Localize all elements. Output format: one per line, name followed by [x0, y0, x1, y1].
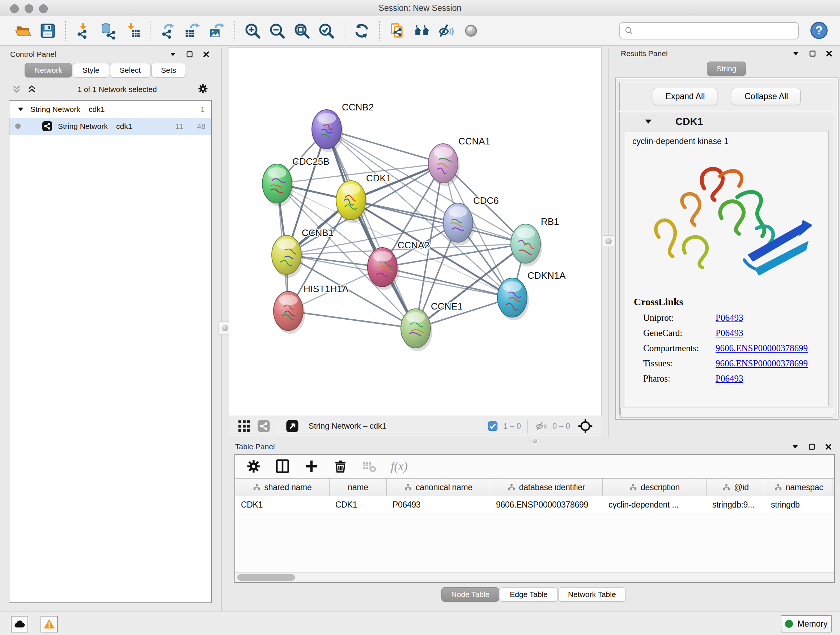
- crosslink-label: Pharos:: [643, 374, 715, 384]
- column-header-name[interactable]: name: [330, 478, 387, 496]
- tab-sets[interactable]: Sets: [151, 63, 186, 78]
- import-network-database-button[interactable]: [97, 20, 118, 42]
- network-node-ccnb1[interactable]: CCNB1: [272, 227, 333, 278]
- control-panel-float-icon[interactable]: [185, 50, 194, 59]
- table-horizontal-scrollbar[interactable]: [235, 572, 834, 582]
- table-cell[interactable]: CDK1: [330, 496, 387, 513]
- column-header-namespac[interactable]: namespac: [765, 478, 832, 496]
- save-session-button[interactable]: [37, 20, 58, 42]
- first-neighbors-button[interactable]: [411, 20, 433, 42]
- open-file-button[interactable]: [12, 20, 34, 42]
- refresh-button[interactable]: [351, 20, 373, 42]
- zoom-selected-button[interactable]: [316, 20, 337, 42]
- column-header-description[interactable]: description: [603, 478, 706, 496]
- crosslink-label: Uniprot:: [643, 313, 715, 323]
- crosslink-row: Compartments:9606.ENSP00000378699: [643, 343, 829, 353]
- table-cell[interactable]: stringdb: [765, 496, 832, 513]
- birds-eye-view-icon[interactable]: [577, 418, 593, 434]
- table-panel-close-icon[interactable]: [824, 442, 833, 451]
- table-cell[interactable]: 9606.ENSP00000378699: [490, 496, 603, 513]
- scrollbar-thumb[interactable]: [237, 574, 295, 581]
- show-all-button[interactable]: [460, 20, 482, 42]
- network-collection-row[interactable]: String Network – cdk11: [9, 101, 211, 118]
- warning-status-button[interactable]: [41, 616, 58, 632]
- table-settings-gear-icon[interactable]: [246, 459, 261, 474]
- zoom-out-button[interactable]: [266, 20, 288, 42]
- memory-button[interactable]: Memory: [781, 615, 832, 632]
- tab-style[interactable]: Style: [73, 63, 109, 78]
- table-panel-collapse-icon[interactable]: [791, 442, 799, 451]
- column-header--id[interactable]: @id: [706, 478, 765, 496]
- tab-select[interactable]: Select: [110, 63, 150, 78]
- import-table-button[interactable]: [122, 20, 143, 42]
- hidden-eye-icon[interactable]: [535, 420, 547, 432]
- delete-column-icon[interactable]: [333, 459, 348, 474]
- collapse-all-button[interactable]: Collapse All: [732, 88, 801, 105]
- help-button[interactable]: ?: [809, 21, 829, 41]
- control-panel-collapse-icon[interactable]: [169, 50, 177, 59]
- table-header-row: shared namenamecanonical namedatabase id…: [235, 478, 834, 496]
- control-panel-close-icon[interactable]: [202, 50, 210, 59]
- results-panel-close-icon[interactable]: [825, 49, 834, 58]
- table-cell[interactable]: cyclin-dependent ...: [603, 496, 706, 513]
- network-canvas[interactable]: CCNB2CCNA1CDC25BCDK1CDC6RB1CCNB1CCNA2CDK…: [229, 48, 601, 416]
- expand-all-button[interactable]: Expand All: [653, 88, 718, 105]
- new-network-from-selection-button[interactable]: [386, 20, 408, 42]
- crosslink-link[interactable]: P06493: [715, 328, 743, 338]
- network-node-hist1h1a[interactable]: HIST1H1A: [273, 283, 349, 334]
- column-header-canonical-name[interactable]: canonical name: [387, 478, 490, 496]
- column-header-shared-name[interactable]: shared name: [235, 478, 330, 496]
- search-box[interactable]: [619, 22, 799, 40]
- network-node-cdkn1a[interactable]: CDKN1A: [497, 270, 566, 320]
- add-column-icon[interactable]: [304, 459, 319, 474]
- tab-network[interactable]: Network: [25, 63, 72, 78]
- table-cell[interactable]: CDK1: [235, 496, 330, 513]
- network-edge[interactable]: [351, 200, 526, 244]
- results-panel-float-icon[interactable]: [808, 49, 817, 58]
- right-splitter-handle[interactable]: [603, 235, 614, 247]
- delete-table-icon[interactable]: [362, 459, 377, 474]
- network-edge[interactable]: [288, 311, 416, 328]
- table-cell[interactable]: stringdb:9...: [706, 496, 765, 513]
- tab-edge-table[interactable]: Edge Table: [500, 587, 557, 602]
- zoom-in-button[interactable]: [242, 20, 264, 42]
- table-panel-float-icon[interactable]: [807, 442, 816, 451]
- tree-caret-icon[interactable]: [17, 105, 25, 113]
- network-options-gear-icon[interactable]: [197, 83, 208, 96]
- export-network-button[interactable]: [157, 20, 179, 42]
- open-in-window-icon[interactable]: [286, 419, 299, 433]
- protein-section-header[interactable]: CDK1: [620, 112, 834, 131]
- tab-network-table[interactable]: Network Table: [558, 587, 626, 602]
- function-builder-icon[interactable]: f(x): [391, 459, 408, 473]
- import-network-button[interactable]: [73, 20, 94, 42]
- grid-mode-icon[interactable]: [237, 419, 251, 433]
- crosslink-link[interactable]: P06493: [715, 313, 743, 323]
- results-panel-collapse-icon[interactable]: [791, 49, 800, 58]
- string-network[interactable]: CCNB2CCNA1CDC25BCDK1CDC6RB1CCNB1CCNA2CDK…: [229, 48, 601, 416]
- network-node-rb1[interactable]: RB1: [511, 216, 559, 266]
- network-node-ccne1[interactable]: CCNE1: [401, 301, 463, 351]
- export-table-button[interactable]: [182, 20, 203, 42]
- collapse-all-icon[interactable]: [11, 84, 22, 95]
- crosslink-link[interactable]: 9606.ENSP00000378699: [715, 358, 808, 369]
- search-input[interactable]: [638, 26, 794, 36]
- hide-selected-button[interactable]: [436, 20, 457, 42]
- export-image-button[interactable]: [206, 20, 228, 42]
- cloud-status-button[interactable]: [11, 616, 28, 632]
- selected-checkbox-icon[interactable]: [487, 421, 498, 432]
- table-cell[interactable]: P06493: [387, 496, 490, 513]
- network-edge[interactable]: [327, 129, 443, 163]
- crosslink-label: Compartments:: [643, 343, 715, 353]
- network-row-selected[interactable]: String Network – cdk11148: [9, 118, 211, 135]
- tab-string[interactable]: String: [707, 62, 746, 76]
- zoom-fit-button[interactable]: [291, 20, 313, 42]
- show-columns-icon[interactable]: [275, 459, 290, 474]
- expand-all-icon[interactable]: [27, 84, 37, 95]
- table-row[interactable]: CDK1CDK1P064939606.ENSP00000378699cyclin…: [235, 496, 834, 513]
- column-header-database-identifier[interactable]: database identifier: [490, 478, 603, 496]
- tab-node-table[interactable]: Node Table: [441, 587, 499, 602]
- crosslink-link[interactable]: 9606.ENSP00000378699: [715, 343, 808, 353]
- crosslink-link[interactable]: P06493: [715, 374, 743, 384]
- string-view-icon[interactable]: [257, 419, 271, 433]
- network-node-cdc6[interactable]: CDC6: [443, 195, 499, 245]
